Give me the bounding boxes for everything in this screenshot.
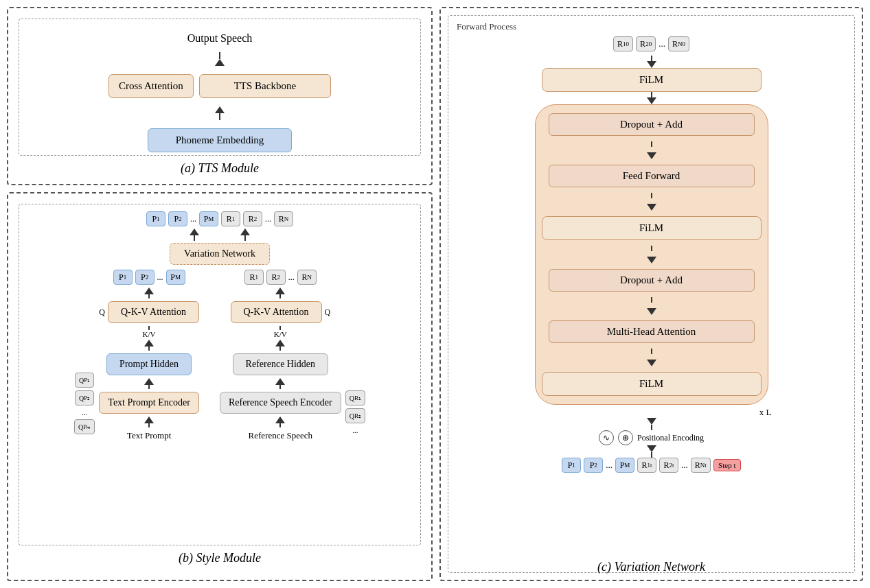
left-side: Output Speech Cross Attention TTS Backbo… xyxy=(7,7,433,581)
token-PM-out: PM xyxy=(199,211,218,226)
vn-inner: Forward Process R10 R20 ... RN0 FiLM xyxy=(448,15,855,573)
token-PM-vn: PM xyxy=(615,458,634,473)
qkv-attention-reference: Q-K-V Attention xyxy=(231,301,322,323)
token-P2-vn: P2 xyxy=(584,458,603,473)
token-QR2: QR₂ xyxy=(345,408,365,423)
xL-label: x L xyxy=(528,407,775,418)
token-P1-vn: P1 xyxy=(562,458,581,473)
variation-network-box: Variation Network xyxy=(170,243,270,265)
token-R2-out: R2 xyxy=(243,211,262,226)
arrow-up-phoneme xyxy=(215,106,225,113)
token-QP2: QP₂ xyxy=(75,390,94,405)
token-R2t-vn: R2t xyxy=(659,458,678,473)
q-label2: Q xyxy=(325,307,331,318)
main-container: Output Speech Cross Attention TTS Backbo… xyxy=(0,0,870,588)
token-RN-mid: RN xyxy=(297,270,317,285)
film-bot-box: FiLM xyxy=(542,372,762,396)
vn-top-tokens: R10 R20 ... RN0 xyxy=(613,36,689,51)
style-module: P1 P2 ... PM R1 R2 ... RN xyxy=(7,192,433,581)
tts-module-label: (a) TTS Module xyxy=(19,161,421,176)
token-R1-out: R1 xyxy=(221,211,240,226)
dropout-add-top: Dropout + Add xyxy=(549,113,755,136)
token-RN0: RN0 xyxy=(668,36,689,51)
token-PM-mid: PM xyxy=(166,270,185,285)
output-tokens-row: P1 P2 ... PM R1 R2 ... RN xyxy=(146,211,293,226)
tts-backbone-row: Cross Attention TTS Backbone xyxy=(108,74,331,98)
cross-attention-box: Cross Attention xyxy=(108,74,194,98)
phoneme-embedding-box: Phoneme Embedding xyxy=(148,128,293,152)
output-speech-label: Output Speech xyxy=(187,32,253,45)
token-QPM: QPₘ xyxy=(74,419,95,434)
variation-network-label: (c) Variation Network xyxy=(441,560,862,574)
forward-process-label: Forward Process xyxy=(457,21,516,32)
wave-symbol: ∿ xyxy=(599,430,614,445)
token-P2-mid: P2 xyxy=(135,270,154,285)
tts-module: Output Speech Cross Attention TTS Backbo… xyxy=(7,7,433,185)
token-QP1: QP₁ xyxy=(75,373,94,388)
film-mid-box: FiLM xyxy=(542,216,762,240)
feed-forward-box: Feed Forward xyxy=(549,165,755,187)
reference-hidden-box: Reference Hidden xyxy=(233,353,328,375)
tts-backbone-box: TTS Backbone xyxy=(199,74,331,98)
token-R2-mid: R2 xyxy=(266,270,286,285)
step-t-box: Step t xyxy=(713,459,741,471)
reference-speech-encoder-box: Reference Speech Encoder xyxy=(220,392,341,414)
style-inner: P1 P2 ... PM R1 R2 ... RN xyxy=(19,204,421,545)
token-R10: R10 xyxy=(613,36,633,51)
token-P2-out: P2 xyxy=(168,211,187,226)
prompt-hidden-box: Prompt Hidden xyxy=(106,353,192,375)
style-module-label: (b) Style Module xyxy=(19,551,421,565)
token-R1-mid: R1 xyxy=(244,270,264,285)
token-P1-mid: P1 xyxy=(113,270,133,285)
token-QR1: QR₁ xyxy=(345,390,365,405)
film-top-box: FiLM xyxy=(542,68,762,92)
variation-network-panel: Forward Process R10 R20 ... RN0 FiLM xyxy=(439,7,863,581)
dropout-add-bottom: Dropout + Add xyxy=(549,269,755,292)
reference-speech-label: Reference Speech xyxy=(249,430,312,441)
token-RN-out: RN xyxy=(274,211,293,226)
vn-bottom-tokens: P1 P2 ... PM R1t R2t ... RNt Step t xyxy=(562,458,741,473)
arrow-up-output xyxy=(215,59,225,66)
token-R20: R20 xyxy=(636,36,656,51)
vn-loop-container: Dropout + Add Feed Forward FiLM xyxy=(535,104,768,405)
text-prompt-encoder-box: Text Prompt Encoder xyxy=(99,392,199,414)
qkv-attention-prompt: Q-K-V Attention xyxy=(108,301,199,323)
positional-encoding-label: Positional Encoding xyxy=(637,433,704,443)
token-P1-out: P1 xyxy=(146,211,165,226)
text-prompt-label: Text Prompt xyxy=(127,430,171,441)
q-label: Q xyxy=(99,307,105,318)
plus-symbol: ⊕ xyxy=(618,430,633,445)
token-RNt-vn: RNt xyxy=(691,458,711,473)
tts-inner: Output Speech Cross Attention TTS Backbo… xyxy=(19,19,421,156)
positional-encoding-row: ∿ ⊕ Positional Encoding xyxy=(599,430,704,445)
token-R1t-vn: R1t xyxy=(637,458,656,473)
mha-box: Multi-Head Attention xyxy=(549,320,755,343)
